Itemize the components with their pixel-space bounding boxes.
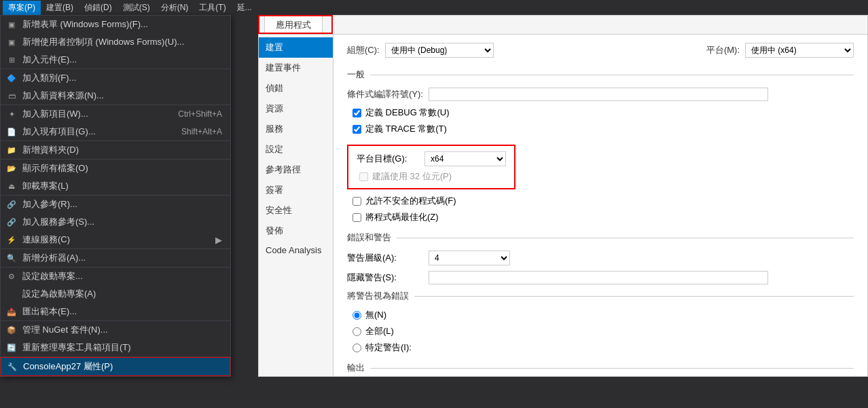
menu-project[interactable]: 專案(P) [3, 1, 41, 15]
menu-tools[interactable]: 工具(T) [194, 1, 231, 15]
add-component-icon: ⊞ [6, 54, 17, 65]
menu-item-add-datasource[interactable]: 🗃 加入新資料來源(N)... [1, 87, 230, 105]
output-section-label: 輸出 [347, 362, 854, 374]
add-service-ref-icon: 🔗 [6, 217, 17, 227]
menu-item-show-files[interactable]: 📂 顯示所有檔案(O) [1, 160, 230, 177]
menu-item-add-service-ref[interactable]: 🔗 加入服務參考(S)... [1, 213, 230, 231]
menu-item-manage-nuget[interactable]: 📦 管理 NuGet 套件(N)... [1, 321, 230, 339]
menu-item-new-folder[interactable]: 📁 新增資料夾(D) [1, 141, 230, 160]
add-new-shortcut: Ctrl+Shift+A [151, 109, 222, 119]
show-files-icon: 📂 [6, 163, 17, 174]
platform-target-box: 平台目標(G): x64 建議使用 32 位元(P) [347, 145, 516, 189]
set-as-startup-icon [6, 289, 17, 299]
properties-panel: 應用程式 建置 建置事件 偵錯 資源 服務 設定 參考路徑 簽署 安全性 發佈 … [258, 15, 868, 377]
add-new-icon: ✦ [6, 109, 17, 119]
radio-specific-row: 特定警告(I): [347, 341, 854, 354]
menu-item-new-analyzer[interactable]: 🔍 新增分析器(A)... [1, 249, 230, 267]
app-tab[interactable]: 應用程式 [264, 16, 323, 34]
menu-item-connect-service[interactable]: ⚡ 連線服務(C) ▶ [1, 231, 230, 249]
define-debug-checkbox[interactable] [352, 109, 361, 117]
conditional-symbol-row: 條件式編譯符號(Y): [347, 88, 854, 101]
menu-test[interactable]: 測試(S) [117, 1, 156, 15]
menu-item-new-form[interactable]: ▣ 新增表單 (Windows Forms)(F)... [1, 16, 230, 33]
new-form-icon: ▣ [6, 19, 17, 30]
warning-level-row: 警告層級(A): 4 [347, 251, 854, 265]
define-trace-label: 定義 TRACE 常數(T) [365, 123, 447, 135]
nav-item-code-analysis[interactable]: Code Analysis [259, 241, 333, 259]
content-area: 組態(C): 使用中 (Debug) 平台(M): 使用中 (x64) 一般 [333, 35, 867, 376]
dropdown-overlay: ▣ 新增表單 (Windows Forms)(F)... ▣ 新增使用者控制項 … [0, 15, 231, 377]
new-folder-icon: 📁 [6, 145, 17, 155]
menu-item-export-template[interactable]: 📤 匯出範本(E)... [1, 303, 230, 321]
suppress-warnings-row: 隱藏警告(S): [347, 271, 854, 284]
nav-item-security[interactable]: 安全性 [259, 200, 333, 221]
define-trace-checkbox[interactable] [352, 125, 361, 134]
prefer32bit-checkbox[interactable] [359, 172, 368, 181]
add-existing-shortcut: Shift+Alt+A [154, 127, 222, 136]
menu-item-properties[interactable]: 🔧 ConsoleApp27 屬性(P) [1, 357, 230, 376]
new-user-control-icon: ▣ [6, 37, 17, 48]
add-ref-icon: 🔗 [6, 199, 17, 210]
warning-level-select[interactable]: 4 [429, 251, 510, 265]
nav-item-debug[interactable]: 偵錯 [259, 78, 333, 98]
platform-select[interactable]: 使用中 (x64) [745, 43, 854, 58]
define-trace-row: 定義 TRACE 常數(T) [347, 123, 854, 135]
menu-item-add-new[interactable]: ✦ 加入新項目(W)... Ctrl+Shift+A [1, 105, 230, 123]
nav-item-settings[interactable]: 設定 [259, 139, 333, 160]
suppress-warnings-input[interactable] [429, 271, 768, 284]
radio-none[interactable] [352, 311, 361, 320]
nav-item-resources[interactable]: 資源 [259, 98, 333, 119]
config-header: 組態(C): 使用中 (Debug) 平台(M): 使用中 (x64) [347, 43, 854, 58]
app-tab-bar: 應用程式 [259, 16, 867, 35]
platform-target-row: 平台目標(G): x64 [357, 151, 506, 166]
add-class-icon: 🔷 [6, 73, 17, 84]
warning-level-label: 警告層級(A): [347, 252, 429, 264]
menu-item-add-component[interactable]: ⊞ 加入元件(E)... [1, 51, 230, 69]
menu-extend[interactable]: 延... [232, 1, 257, 15]
menu-build[interactable]: 建置(B) [41, 1, 79, 15]
config-label: 組態(C): [347, 44, 380, 56]
optimize-label: 將程式碼最佳化(Z) [365, 211, 439, 223]
optimize-checkbox[interactable] [352, 213, 361, 222]
radio-none-label: 無(N) [365, 309, 386, 321]
add-datasource-icon: 🗃 [6, 90, 17, 101]
project-dropdown: ▣ 新增表單 (Windows Forms)(F)... ▣ 新增使用者控制項 … [0, 15, 231, 377]
radio-all[interactable] [352, 327, 361, 336]
platform-label: 平台(M): [706, 44, 740, 56]
menu-debug[interactable]: 偵錯(D) [79, 1, 117, 15]
optimize-row: 將程式碼最佳化(Z) [347, 211, 854, 223]
panel-body: 建置 建置事件 偵錯 資源 服務 設定 參考路徑 簽署 安全性 發佈 Code … [259, 35, 867, 376]
add-existing-icon: 📄 [6, 126, 17, 137]
define-debug-label: 定義 DEBUG 常數(U) [365, 107, 450, 119]
define-debug-row: 定義 DEBUG 常數(U) [347, 107, 854, 119]
menu-item-add-class[interactable]: 🔷 加入類別(F)... [1, 69, 230, 87]
menu-item-set-as-startup[interactable]: 設定為啟動專案(A) [1, 285, 230, 303]
nav-item-publish[interactable]: 發佈 [259, 221, 333, 241]
nav-item-build-events[interactable]: 建置事件 [259, 58, 333, 78]
connect-service-icon: ⚡ [6, 234, 17, 245]
menu-item-add-ref[interactable]: 🔗 加入參考(R)... [1, 196, 230, 213]
radio-all-row: 全部(L) [347, 325, 854, 337]
radio-specific-label: 特定警告(I): [365, 341, 412, 354]
nav-item-build[interactable]: 建置 [259, 37, 333, 58]
platform-target-select[interactable]: x64 [424, 151, 506, 166]
nav-item-services[interactable]: 服務 [259, 119, 333, 139]
nav-item-signing[interactable]: 簽署 [259, 180, 333, 200]
menu-item-refresh-toolbox[interactable]: 🔄 重新整理專案工具箱項目(T) [1, 339, 230, 357]
menu-analyze[interactable]: 分析(N) [156, 1, 194, 15]
menu-item-set-startup[interactable]: ⚙ 設定啟動專案... [1, 267, 230, 285]
config-select[interactable]: 使用中 (Debug) [385, 43, 494, 58]
conditional-symbol-input[interactable] [429, 88, 768, 101]
menu-item-add-existing[interactable]: 📄 加入現有項目(G)... Shift+Alt+A [1, 123, 230, 141]
menu-item-new-user-control[interactable]: ▣ 新增使用者控制項 (Windows Forms)(U)... [1, 33, 230, 51]
allow-unsafe-checkbox[interactable] [352, 197, 361, 206]
prefer32bit-label: 建議使用 32 位元(P) [372, 170, 452, 183]
radio-none-row: 無(N) [347, 309, 854, 321]
radio-specific[interactable] [352, 344, 361, 352]
connect-service-arrow: ▶ [215, 235, 222, 245]
new-analyzer-icon: 🔍 [6, 253, 17, 263]
main-container: ▣ 新增表單 (Windows Forms)(F)... ▣ 新增使用者控制項 … [0, 15, 868, 408]
nav-item-ref-paths[interactable]: 參考路徑 [259, 160, 333, 180]
treat-warnings-label: 將警告視為錯誤 [347, 290, 854, 302]
menu-item-unload[interactable]: ⏏ 卸載專案(L) [1, 177, 230, 196]
